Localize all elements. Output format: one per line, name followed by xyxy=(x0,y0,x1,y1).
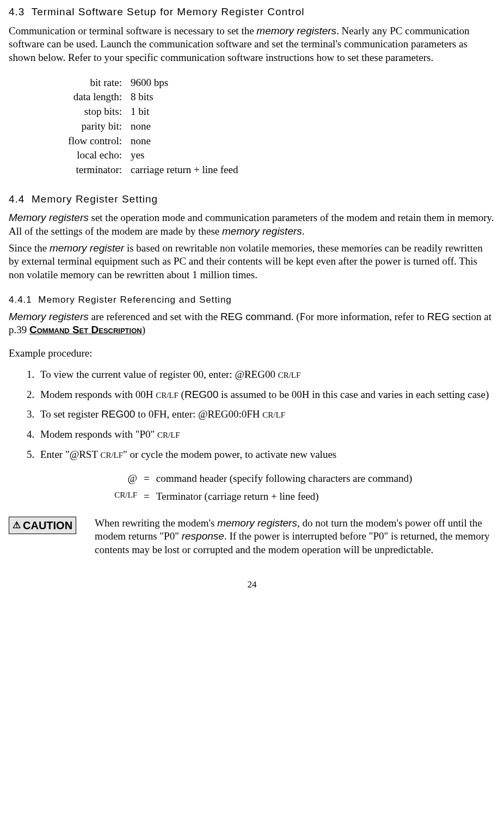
heading-4-3: 4.3 Terminal Software Setup for Memory R… xyxy=(9,5,495,19)
warning-icon: ⚠ xyxy=(13,520,21,530)
section-4-4-p1: Memory registers set the operation mode … xyxy=(9,211,495,238)
term-memory-registers: memory registers xyxy=(217,517,297,529)
caution-label: CAUTION xyxy=(23,518,72,532)
section-4-4-p2: Since the memory register is based on re… xyxy=(9,242,495,282)
table-row: local echo:yes xyxy=(9,148,242,163)
term-memory-register: memory register xyxy=(50,242,124,254)
list-item: Modem responds with 00H CR/LF (REG00 is … xyxy=(37,388,495,402)
term-memory-registers: Memory registers xyxy=(9,212,89,223)
caution-block: ⚠ CAUTION When rewriting the modem's mem… xyxy=(9,517,495,557)
caution-badge: ⚠ CAUTION xyxy=(9,517,76,534)
table-row: CR/LF = Terminator (carriage return + li… xyxy=(9,488,415,506)
heading-4-4-1: 4.4.1 Memory Register Referencing and Se… xyxy=(9,294,495,306)
example-steps-list: To view the current value of register 00… xyxy=(9,368,495,461)
table-row: terminator:carriage return + line feed xyxy=(9,163,242,177)
heading-4-4-title: Memory Register Setting xyxy=(32,193,158,205)
term-response: response xyxy=(182,530,224,542)
link-command-set-description: Command Set Description xyxy=(29,324,142,335)
table-row: flow control:none xyxy=(9,134,242,149)
term-memory-registers: Memory registers xyxy=(9,311,89,322)
list-item: To set register REG00 to 0FH, enter: @RE… xyxy=(37,408,495,421)
term-memory-registers: memory registers xyxy=(222,225,302,237)
terminal-params-table: bit rate:9600 bps data length:8 bits sto… xyxy=(9,76,242,177)
list-item: To view the current value of register 00… xyxy=(37,368,495,382)
heading-4-4-1-title: Memory Register Referencing and Setting xyxy=(38,295,232,305)
table-row: parity bit:none xyxy=(9,119,242,134)
page-number: 24 xyxy=(9,579,495,591)
table-row: stop bits:1 bit xyxy=(9,105,242,119)
legend-table: @ = command header (specify following ch… xyxy=(9,470,415,505)
caution-text: When rewriting the modem's memory regist… xyxy=(95,517,495,557)
list-item: Modem responds with "P0" CR/LF xyxy=(37,428,495,442)
heading-4-4-num: 4.4 xyxy=(9,193,24,205)
table-row: bit rate:9600 bps xyxy=(9,76,242,90)
table-row: @ = command header (specify following ch… xyxy=(9,470,415,488)
list-item: Enter "@RST CR/LF" or cycle the modem po… xyxy=(37,448,495,462)
section-4-4-1-p1: Memory registers are referenced and set … xyxy=(9,310,495,337)
heading-4-4-1-num: 4.4.1 xyxy=(9,295,32,305)
reg-command: REG command xyxy=(220,311,291,322)
example-procedure-label: Example procedure: xyxy=(9,347,495,360)
heading-4-4: 4.4 Memory Register Setting xyxy=(9,193,495,206)
heading-4-3-num: 4.3 xyxy=(9,6,24,17)
table-row: data length:8 bits xyxy=(9,90,242,105)
heading-4-3-title: Terminal Software Setup for Memory Regis… xyxy=(32,6,305,17)
term-memory-registers: memory registers xyxy=(256,25,336,36)
section-4-3-body: Communication or terminal software is ne… xyxy=(9,24,495,65)
